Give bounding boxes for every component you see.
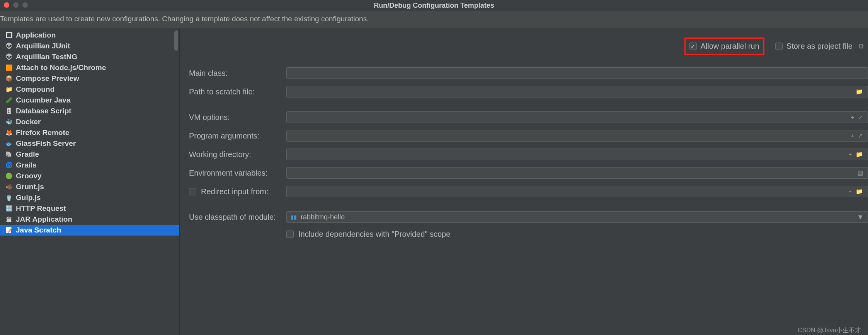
browse-folder-icon[interactable]: 📁 [856, 88, 863, 95]
sidebar-item-label: HTTP Request [16, 204, 66, 213]
sidebar-item[interactable]: 🟢Groovy [0, 171, 179, 181]
maximize-window-button[interactable] [22, 2, 28, 8]
classpath-value: rabbitmq-hello [301, 213, 345, 221]
include-provided-label: Include dependencies with "Provided" sco… [298, 230, 450, 239]
sidebar-item[interactable]: 👽Arquillian JUnit [0, 41, 179, 51]
config-type-icon: 📦 [5, 75, 12, 82]
main-class-row: Main class: [189, 67, 868, 79]
content-panel: Allow parallel run Store as project file… [180, 28, 868, 335]
env-vars-input[interactable]: ▤ [286, 167, 868, 179]
sidebar-item-label: GlassFish Server [16, 139, 76, 148]
info-bar: Templates are used to create new configu… [0, 11, 868, 28]
config-type-icon: 🟧 [5, 64, 12, 71]
plus-icon[interactable]: + [851, 132, 854, 139]
redirect-input-chk-wrap: Redirect input from: [189, 187, 279, 196]
sidebar-item-label: Grunt.js [16, 183, 44, 191]
allow-parallel-run-checkbox[interactable]: Allow parallel run [684, 38, 764, 55]
config-type-icon: 🗄 [5, 108, 12, 115]
info-text: Templates are used to create new configu… [0, 15, 369, 23]
checkbox-icon [689, 43, 697, 50]
main-class-input[interactable] [286, 67, 868, 79]
config-type-icon: 🥒 [5, 97, 12, 104]
redirect-input-checkbox[interactable]: Redirect input from: [189, 187, 279, 196]
sidebar-item-label: Application [16, 31, 56, 39]
working-dir-row: Working directory: + 📁 [189, 149, 868, 160]
expand-icon[interactable]: ⤢ [858, 132, 863, 139]
config-type-icon: 🥤 [5, 194, 12, 201]
sidebar-item[interactable]: 🔳Application [0, 30, 179, 41]
top-options: Allow parallel run Store as project file… [189, 38, 868, 55]
scratch-path-label: Path to scratch file: [189, 87, 279, 96]
sidebar-item-label: Groovy [16, 172, 42, 180]
scratch-path-input[interactable]: 📁 [286, 86, 868, 97]
config-type-icon: 🏛 [5, 216, 12, 223]
classpath-row: Use classpath of module: ▮▮ rabbitmq-hel… [189, 211, 868, 223]
sidebar-item-label: Firefox Remote [16, 128, 69, 137]
browse-folder-icon[interactable]: 📁 [856, 151, 863, 158]
main-class-label: Main class: [189, 69, 279, 78]
vm-options-label: VM options: [189, 113, 279, 122]
store-project-label: Store as project file [786, 42, 853, 51]
vm-options-input[interactable]: + ⤢ [286, 111, 868, 123]
sidebar-item[interactable]: 🏛JAR Application [0, 214, 179, 225]
plus-icon[interactable]: + [848, 188, 852, 195]
store-as-project-file-checkbox[interactable]: Store as project file ⚙ [775, 42, 864, 51]
checkbox-icon [189, 188, 196, 195]
scratch-path-row: Path to scratch file: 📁 [189, 86, 868, 97]
working-dir-label: Working directory: [189, 150, 279, 159]
sidebar-item[interactable]: 🐗Grunt.js [0, 181, 179, 192]
plus-icon[interactable]: + [848, 151, 852, 158]
sidebar-item-label: Arquillian JUnit [16, 42, 70, 50]
classpath-label: Use classpath of module: [189, 213, 279, 222]
sidebar-item-label: Arquillian TestNG [16, 53, 77, 61]
program-args-label: Program arguments: [189, 132, 279, 140]
env-vars-row: Environment variables: ▤ [189, 167, 868, 179]
config-type-icon: 👽 [5, 53, 12, 60]
config-type-icon: 🐳 [5, 118, 12, 125]
sidebar-item-label: Docker [16, 118, 41, 126]
config-type-icon: 🌀 [5, 162, 12, 169]
include-provided-checkbox[interactable]: Include dependencies with "Provided" sco… [286, 230, 450, 239]
sidebar-item[interactable]: 🐳Docker [0, 116, 179, 127]
sidebar-item[interactable]: 🦊Firefox Remote [0, 127, 179, 138]
watermark: CSDN @Java小生不才 [798, 326, 861, 335]
sidebar-item[interactable]: 🌀Grails [0, 160, 179, 171]
config-type-icon: 🐟 [5, 140, 12, 147]
sidebar-item[interactable]: 🐟GlassFish Server [0, 138, 179, 149]
classpath-select[interactable]: ▮▮ rabbitmq-hello ▼ [286, 211, 868, 223]
program-args-row: Program arguments: + ⤢ [189, 130, 868, 142]
config-type-icon: 🐘 [5, 151, 12, 158]
template-sidebar: 🔳Application👽Arquillian JUnit👽Arquillian… [0, 28, 180, 335]
list-icon[interactable]: ▤ [858, 169, 863, 176]
sidebar-item[interactable]: 🗄Database Script [0, 106, 179, 116]
sidebar-item[interactable]: 🥤Gulp.js [0, 192, 179, 203]
minimize-window-button[interactable] [13, 2, 19, 8]
sidebar-item[interactable]: 📦Compose Preview [0, 73, 179, 84]
sidebar-item[interactable]: 🟧Attach to Node.js/Chrome [0, 62, 179, 73]
sidebar-scrollbar[interactable] [174, 31, 178, 51]
env-vars-label: Environment variables: [189, 169, 279, 178]
sidebar-item[interactable]: 📁Compound [0, 84, 179, 95]
config-type-icon: 🔣 [5, 205, 12, 212]
gear-icon[interactable]: ⚙ [858, 42, 864, 51]
config-type-icon: 🐗 [5, 183, 12, 190]
redirect-input-field[interactable]: + 📁 [286, 186, 868, 197]
template-list[interactable]: 🔳Application👽Arquillian JUnit👽Arquillian… [0, 28, 179, 236]
include-provided-row: Include dependencies with "Provided" sco… [189, 230, 868, 239]
program-args-input[interactable]: + ⤢ [286, 130, 868, 142]
checkbox-icon [286, 231, 294, 238]
expand-icon[interactable]: ⤢ [858, 114, 863, 121]
sidebar-item[interactable]: 🐘Gradle [0, 149, 179, 160]
module-icon: ▮▮ [291, 214, 297, 220]
close-window-button[interactable] [4, 2, 9, 8]
sidebar-item[interactable]: 🔣HTTP Request [0, 203, 179, 214]
config-type-icon: 📁 [5, 86, 12, 93]
plus-icon[interactable]: + [851, 114, 854, 121]
sidebar-item[interactable]: 📝Java Scratch [0, 225, 179, 236]
working-dir-input[interactable]: + 📁 [286, 149, 868, 160]
sidebar-item[interactable]: 🥒Cucumber Java [0, 95, 179, 106]
sidebar-item[interactable]: 👽Arquillian TestNG [0, 51, 179, 62]
browse-folder-icon[interactable]: 📁 [856, 188, 863, 195]
checkbox-icon [775, 43, 783, 50]
redirect-input-label: Redirect input from: [201, 187, 269, 196]
